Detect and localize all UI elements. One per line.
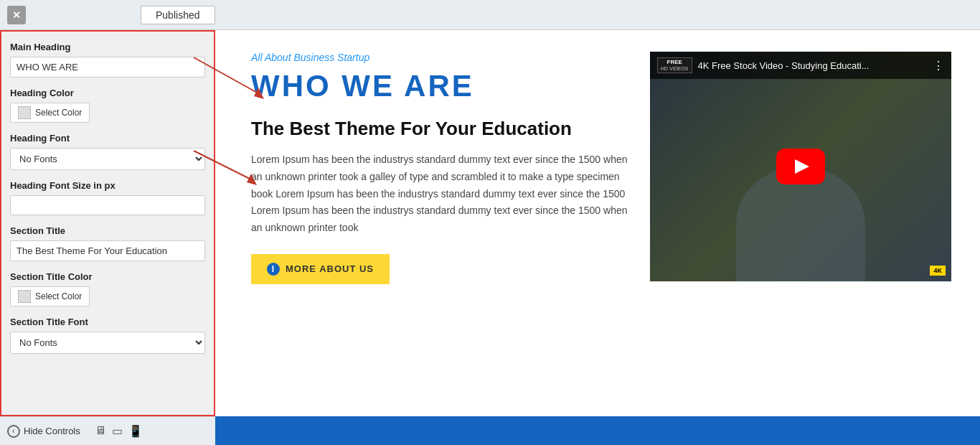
badge-free-text: FREE xyxy=(661,60,689,66)
video-area: FREE HD VIDEOS 4K Free Stock Video - Stu… xyxy=(650,52,951,402)
left-settings-panel: Main Heading Heading Color Select Color … xyxy=(0,30,215,416)
more-about-us-button[interactable]: i MORE ABOUT US xyxy=(251,254,390,284)
top-bar: ✕ Published xyxy=(0,0,980,30)
heading-color-group: Heading Color Select Color xyxy=(10,88,205,123)
close-button[interactable]: ✕ xyxy=(7,6,26,24)
section-title-input[interactable] xyxy=(10,240,205,261)
heading-font-size-label: Heading Font Size in px xyxy=(10,180,205,191)
tablet-icon[interactable]: ▭ xyxy=(112,424,123,438)
video-4k-badge: 4K xyxy=(930,266,946,276)
desktop-icon[interactable]: 🖥 xyxy=(95,424,106,438)
main-heading-input[interactable] xyxy=(10,57,205,78)
section-title-font-group: Section Title Font No Fonts Arial Helvet… xyxy=(10,317,205,354)
section-title-display: The Best Theme For Your Education xyxy=(251,118,628,140)
left-content: All About Business Startup WHO WE ARE Th… xyxy=(251,52,628,402)
badge-hd-text: HD VIDEOS xyxy=(661,66,689,72)
section-title-color-group: Section Title Color Select Color xyxy=(10,271,205,306)
hide-controls-button[interactable]: ‹ Hide Controls xyxy=(7,425,80,438)
heading-font-size-group: Heading Font Size in px xyxy=(10,180,205,215)
video-play-button[interactable] xyxy=(776,149,825,184)
section-title-font-select[interactable]: No Fonts Arial Helvetica Georgia xyxy=(10,332,205,354)
info-icon: i xyxy=(267,263,280,276)
main-heading-label: Main Heading xyxy=(10,42,205,52)
video-top-bar: FREE HD VIDEOS 4K Free Stock Video - Stu… xyxy=(650,52,951,79)
heading-font-select[interactable]: No Fonts Arial Helvetica Georgia xyxy=(10,148,205,170)
main-preview-area: All About Business Startup WHO WE ARE Th… xyxy=(215,30,980,416)
heading-color-btn-label: Select Color xyxy=(35,108,82,118)
play-triangle-icon xyxy=(795,159,809,174)
video-badge: FREE HD VIDEOS xyxy=(657,57,692,73)
heading-font-group: Heading Font No Fonts Arial Helvetica Ge… xyxy=(10,133,205,170)
heading-color-button[interactable]: Select Color xyxy=(10,103,90,123)
section-title-color-button[interactable]: Select Color xyxy=(10,286,90,306)
body-text: Lorem Ipsum has been the industrys stand… xyxy=(251,151,628,237)
hide-controls-label: Hide Controls xyxy=(24,426,80,436)
video-title-text: 4K Free Stock Video - Studying Educati..… xyxy=(698,60,933,71)
video-options-icon[interactable]: ⋮ xyxy=(933,59,944,72)
subtitle-link[interactable]: All About Business Startup xyxy=(251,52,628,63)
section-title-label: Section Title xyxy=(10,225,205,236)
main-heading-group: Main Heading xyxy=(10,42,205,78)
main-heading-display: WHO WE ARE xyxy=(251,69,628,103)
content-wrapper: All About Business Startup WHO WE ARE Th… xyxy=(215,30,980,416)
heading-color-label: Heading Color xyxy=(10,88,205,98)
section-title-color-btn-label: Select Color xyxy=(35,291,82,301)
section-title-color-swatch xyxy=(18,290,31,303)
more-btn-label: MORE ABOUT US xyxy=(286,263,374,274)
section-title-color-label: Section Title Color xyxy=(10,271,205,282)
heading-font-label: Heading Font xyxy=(10,133,205,144)
section-title-group: Section Title xyxy=(10,225,205,261)
video-container[interactable]: FREE HD VIDEOS 4K Free Stock Video - Stu… xyxy=(650,52,951,281)
published-button[interactable]: Published xyxy=(141,6,215,24)
mobile-icon[interactable]: 📱 xyxy=(128,424,143,438)
heading-color-swatch xyxy=(18,106,31,119)
section-title-font-label: Section Title Font xyxy=(10,317,205,327)
chevron-left-icon: ‹ xyxy=(7,425,20,438)
controls-bar: ‹ Hide Controls 🖥 ▭ 📱 xyxy=(0,416,215,445)
heading-font-size-input[interactable] xyxy=(10,195,205,215)
device-icons-group: 🖥 ▭ 📱 xyxy=(95,424,143,438)
